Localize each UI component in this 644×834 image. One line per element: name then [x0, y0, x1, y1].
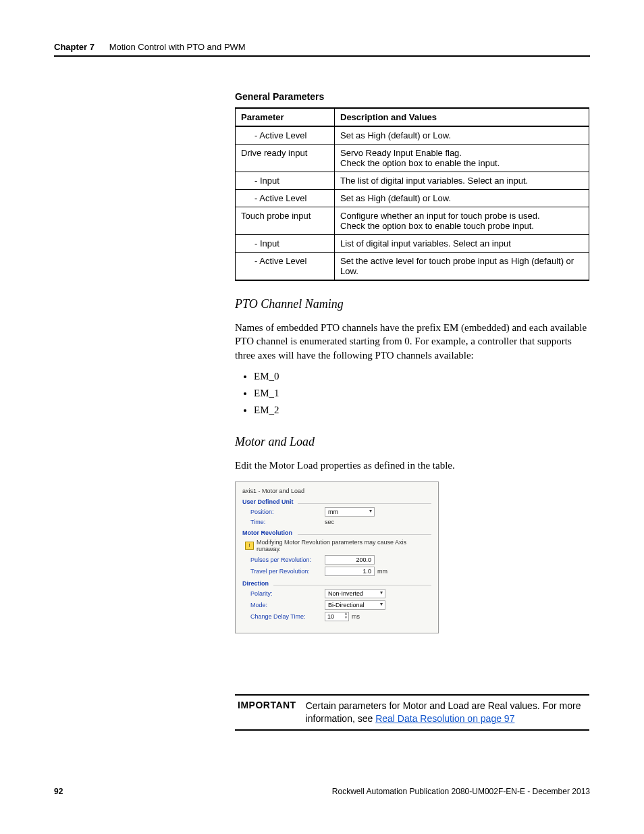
shot-title: axis1 - Motor and Load — [242, 488, 431, 494]
dropdown-polarity[interactable]: Non-Inverted — [325, 589, 385, 598]
label-position: Position: — [250, 509, 325, 515]
publication-info: Rockwell Automation Publication 2080-UM0… — [332, 787, 590, 796]
motor-load-screenshot: axis1 - Motor and Load User Defined Unit… — [235, 481, 439, 633]
label-polarity: Polarity: — [250, 590, 325, 597]
table-row: - Input — [236, 172, 335, 190]
unit-tpr: mm — [377, 568, 387, 575]
table-row: Touch probe input — [236, 207, 335, 235]
table-row: Configure whether an input for touch pro… — [335, 207, 589, 235]
pto-heading: PTO Channel Naming — [235, 297, 589, 311]
dropdown-mode[interactable]: Bi-Directional — [325, 600, 385, 610]
list-item: EM_2 — [254, 402, 589, 418]
label-time: Time: — [250, 519, 325, 525]
label-mode: Mode: — [250, 602, 325, 608]
chapter-label: Chapter 7 — [54, 42, 95, 52]
page-number: 92 — [54, 787, 63, 796]
warning-row: ! Modifying Motor Revolution parameters … — [245, 539, 431, 552]
list-item: EM_0 — [254, 369, 589, 384]
pto-list: EM_0EM_1EM_2 — [254, 369, 589, 419]
spinner-cdt[interactable]: 10 — [325, 612, 349, 621]
table-row: Set as High (default) or Low. — [335, 126, 589, 145]
table-row: The list of digital input variables. Sel… — [335, 172, 589, 190]
input-tpr[interactable]: 1.0 — [325, 567, 375, 576]
important-link[interactable]: Real Data Resolution on page 97 — [375, 713, 514, 724]
table-row: Servo Ready Input Enable flag.Check the … — [335, 145, 589, 172]
table-caption: General Parameters — [235, 91, 589, 102]
table-row: List of digital input variables. Select … — [335, 235, 589, 253]
col-desc: Description and Values — [335, 108, 589, 126]
table-row: Set as High (default) or Low. — [335, 190, 589, 207]
important-box: IMPORTANT Certain parameters for Motor a… — [235, 694, 589, 731]
pto-para: Names of embedded PTO channels have the … — [235, 321, 589, 362]
important-label: IMPORTANT — [235, 700, 306, 725]
group-user-unit: User Defined Unit — [242, 498, 431, 505]
chapter-title: Motion Control with PTO and PWM — [109, 42, 246, 52]
page-header: Chapter 7 Motion Control with PTO and PW… — [54, 42, 590, 52]
group-direction: Direction — [242, 580, 431, 587]
page-footer: 92 Rockwell Automation Publication 2080-… — [54, 787, 590, 796]
unit-cdt: ms — [352, 613, 360, 620]
table-row: - Active Level — [236, 190, 335, 207]
motor-heading: Motor and Load — [235, 435, 589, 449]
group-motor-rev: Motor Revolution — [242, 529, 431, 536]
label-tpr: Travel per Revolution: — [250, 568, 325, 575]
input-ppr[interactable]: 200.0 — [325, 555, 375, 565]
dropdown-position-unit[interactable]: mm — [325, 507, 375, 517]
table-row: - Input — [236, 235, 335, 253]
label-cdt: Change Delay Time: — [250, 613, 325, 620]
list-item: EM_1 — [254, 386, 589, 401]
table-row: Set the active level for touch probe inp… — [335, 253, 589, 281]
table-row: Drive ready input — [236, 145, 335, 172]
warning-icon: ! — [245, 542, 254, 550]
warning-text: Modifying Motor Revolution parameters ma… — [257, 539, 431, 552]
table-row: - Active Level — [236, 126, 335, 145]
label-ppr: Pulses per Revolution: — [250, 556, 325, 563]
value-time-unit: sec — [325, 519, 334, 525]
table-row: - Active Level — [236, 253, 335, 281]
motor-para: Edit the Motor Load properties as define… — [235, 459, 589, 472]
parameters-table: Parameter Description and Values - Activ… — [235, 107, 589, 281]
col-parameter: Parameter — [236, 108, 335, 126]
header-rule — [54, 55, 590, 57]
